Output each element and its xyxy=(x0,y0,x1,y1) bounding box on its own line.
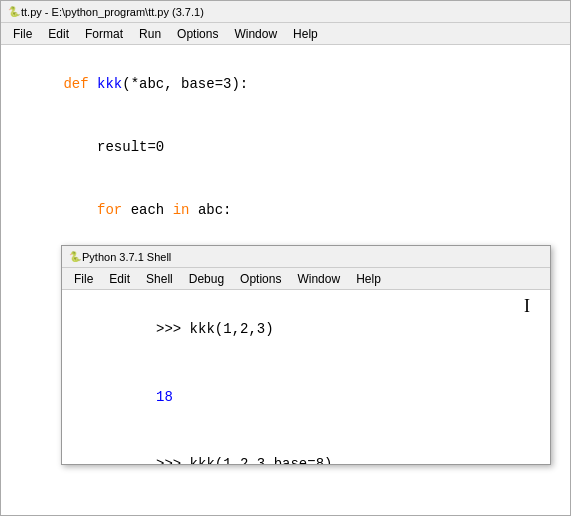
menu-run[interactable]: Run xyxy=(131,25,169,43)
main-editor-window: 🐍 tt.py - E:\python_program\tt.py (3.7.1… xyxy=(0,0,571,516)
menu-format[interactable]: Format xyxy=(77,25,131,43)
shell-app-icon: 🐍 xyxy=(68,250,82,264)
main-menu-bar: File Edit Format Run Options Window Help xyxy=(1,23,570,45)
app-icon: 🐍 xyxy=(7,5,21,19)
shell-menu-edit[interactable]: Edit xyxy=(101,270,138,288)
shell-content[interactable]: >>> kkk(1,2,3) 18 >>> kkk(1,2,3,base=8) … xyxy=(62,290,550,464)
code-line-2: result=0 xyxy=(13,116,558,179)
shell-menu-file[interactable]: File xyxy=(66,270,101,288)
title-bar: 🐍 tt.py - E:\python_program\tt.py (3.7.1… xyxy=(1,1,570,23)
shell-window: 🐍 Python 3.7.1 Shell File Edit Shell Deb… xyxy=(61,245,551,465)
shell-menu-shell[interactable]: Shell xyxy=(138,270,181,288)
menu-edit[interactable]: Edit xyxy=(40,25,77,43)
menu-file[interactable]: File xyxy=(5,25,40,43)
code-line-1: def kkk(*abc, base=3): xyxy=(13,53,558,116)
shell-menu-help[interactable]: Help xyxy=(348,270,389,288)
menu-window[interactable]: Window xyxy=(226,25,285,43)
shell-menu-bar: File Edit Shell Debug Options Window Hel… xyxy=(62,268,550,290)
menu-help[interactable]: Help xyxy=(285,25,326,43)
shell-title-bar: 🐍 Python 3.7.1 Shell xyxy=(62,246,550,268)
shell-line-2: >>> kkk(1,2,3,base=8) xyxy=(72,430,540,464)
shell-title-text: Python 3.7.1 Shell xyxy=(82,251,171,263)
menu-options[interactable]: Options xyxy=(169,25,226,43)
shell-result-1: 18 xyxy=(72,363,540,430)
shell-menu-debug[interactable]: Debug xyxy=(181,270,232,288)
shell-menu-options[interactable]: Options xyxy=(232,270,289,288)
shell-line-1: >>> kkk(1,2,3) xyxy=(72,296,540,363)
code-line-3: for each in abc: xyxy=(13,179,558,242)
code-editor[interactable]: def kkk(*abc, base=3): result=0 for each… xyxy=(1,45,570,515)
shell-menu-window[interactable]: Window xyxy=(289,270,348,288)
text-cursor: I xyxy=(524,296,530,317)
title-bar-text: tt.py - E:\python_program\tt.py (3.7.1) xyxy=(21,6,204,18)
